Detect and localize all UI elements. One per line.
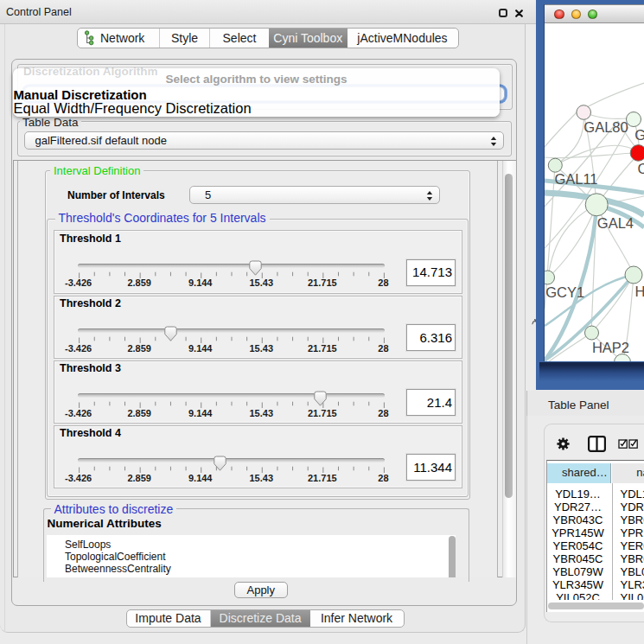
svg-text:HAP2: HAP2 [592,340,629,355]
svg-text:GAL4: GAL4 [597,215,634,231]
svg-text:GAL80: GAL80 [583,119,628,135]
svg-text:H: H [635,284,644,299]
svg-text:GAL11: GAL11 [554,171,597,187]
svg-text:GA: GA [634,127,644,143]
svg-text:C: C [638,161,644,176]
svg-text:GCY1: GCY1 [545,284,584,300]
